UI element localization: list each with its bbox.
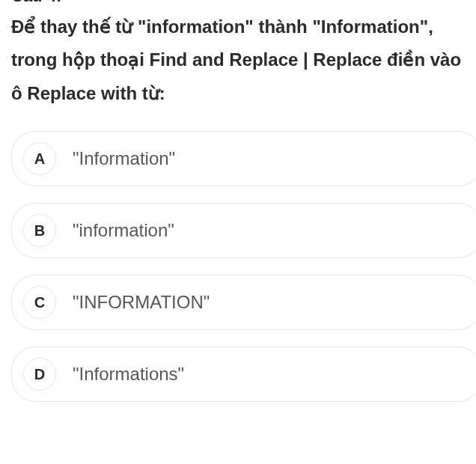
option-text: "INFORMATION" bbox=[73, 292, 210, 313]
option-d[interactable]: D "Informations" bbox=[11, 347, 476, 402]
question-number: Câu 4: bbox=[0, 0, 476, 10]
option-letter: C bbox=[23, 286, 56, 319]
option-letter: A bbox=[23, 142, 56, 175]
option-letter: D bbox=[23, 358, 56, 391]
options-list: A "Information" B "information" C "INFOR… bbox=[0, 131, 476, 402]
option-a[interactable]: A "Information" bbox=[11, 131, 476, 186]
question-prompt: Để thay thế từ "information" thành "Info… bbox=[0, 10, 476, 131]
option-text: "Informations" bbox=[73, 364, 184, 385]
option-text: "information" bbox=[73, 220, 174, 241]
option-letter: B bbox=[23, 214, 56, 247]
option-text: "Information" bbox=[73, 148, 175, 169]
option-b[interactable]: B "information" bbox=[11, 203, 476, 258]
option-c[interactable]: C "INFORMATION" bbox=[11, 275, 476, 330]
